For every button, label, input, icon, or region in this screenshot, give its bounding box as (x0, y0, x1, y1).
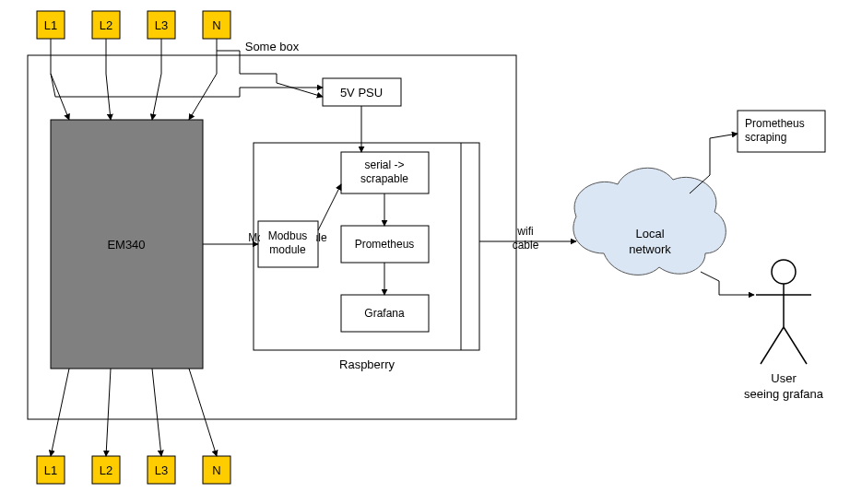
scraper-label-l2: scraping (745, 131, 786, 144)
grafana-label: Grafana (364, 307, 405, 320)
arrow-cloud-to-user (701, 272, 754, 295)
cloud-label-l2: network (629, 242, 671, 256)
svg-text:Modbus: Modbus (268, 229, 308, 242)
svg-text:L1: L1 (44, 18, 57, 32)
user-label-l2: seeing grafana (744, 387, 824, 401)
terminal-top-l2: L2 (92, 11, 120, 39)
terminal-bottom-n: N (203, 456, 230, 484)
svg-text:N: N (212, 18, 220, 32)
svg-line-25 (761, 327, 784, 364)
svg-text:L2: L2 (100, 18, 112, 32)
user-label-l1: User (771, 371, 797, 385)
architecture-diagram: Some box L1 L2 L3 N EM340 5V PSU Raspber… (0, 0, 850, 504)
terminal-bottom-l3: L3 (148, 456, 175, 484)
terminal-top-l1: L1 (37, 11, 65, 39)
adapter-label-l1: serial -> (364, 158, 404, 171)
svg-text:L3: L3 (155, 18, 168, 32)
raspberry-label: Raspberry (339, 357, 395, 371)
svg-text:L3: L3 (155, 463, 168, 477)
container-label: Some box (245, 40, 300, 53)
terminal-top-l3: L3 (148, 11, 175, 39)
svg-text:L1: L1 (44, 463, 57, 477)
link-label-l1: wifi (516, 225, 533, 238)
cloud-local-network (573, 168, 726, 275)
terminal-top-n: N (203, 11, 230, 39)
svg-text:L2: L2 (100, 463, 112, 477)
link-label-l2: cable (513, 239, 539, 252)
prometheus-label: Prometheus (355, 238, 415, 251)
psu-label: 5V PSU (340, 86, 383, 100)
svg-point-22 (772, 260, 796, 284)
svg-text:module: module (269, 243, 306, 256)
svg-line-26 (784, 327, 807, 364)
svg-text:N: N (212, 463, 220, 477)
terminal-bottom-l1: L1 (37, 456, 65, 484)
terminal-bottom-l2: L2 (92, 456, 120, 484)
user-icon (756, 260, 811, 364)
meter-label: EM340 (107, 238, 145, 252)
adapter-label-l2: scrapable (360, 172, 408, 185)
cloud-label-l1: Local (635, 227, 664, 240)
scraper-label-l1: Prometheus (745, 117, 805, 130)
